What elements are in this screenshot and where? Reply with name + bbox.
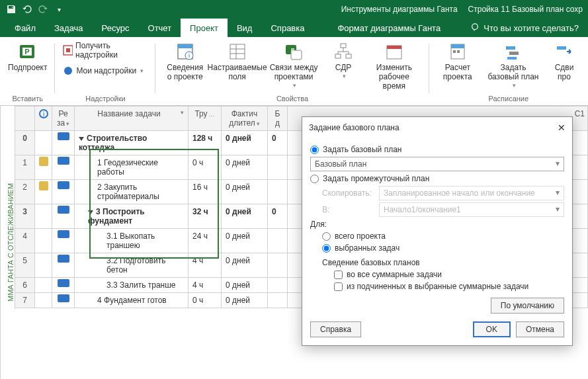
work-cell[interactable]: 32 ч [189,204,222,229]
check-all-summary[interactable] [334,271,343,279]
row-number[interactable]: 3 [15,204,35,229]
tab-project[interactable]: Проект [181,19,228,37]
col-indicators[interactable]: i [35,106,52,131]
row-number[interactable]: 7 [15,293,35,308]
set-baseline-button[interactable]: Задать базовый план▾ [483,40,543,90]
wbs-button[interactable]: СДР▾ [325,40,362,81]
actual-duration-cell[interactable]: 0 дней [222,180,268,204]
radio-set-baseline[interactable] [310,146,319,154]
auto-schedule-icon [58,132,69,140]
col-mode[interactable]: Ре за▾ [52,106,75,131]
actual-duration-cell[interactable]: 0 дней [222,204,268,229]
task-mode-cell[interactable] [52,131,75,155]
task-mode-cell[interactable] [52,253,75,278]
default-button[interactable]: По умолчанию [491,298,564,314]
custom-fields-button[interactable]: Настраиваемые поля [212,40,263,83]
collapse-icon[interactable] [79,137,84,141]
my-addins-button[interactable]: Мои надстройки▾ [60,63,146,78]
row-number[interactable]: 6 [15,278,35,293]
auto-schedule-icon [58,206,69,214]
task-mode-cell[interactable] [52,180,75,204]
work-cell[interactable]: 16 ч [189,180,222,204]
tab-gantt-format[interactable]: Формат диаграммы Ганта [328,19,450,37]
collapse-icon[interactable] [88,210,93,214]
cancel-button[interactable]: Отмена [516,321,564,337]
b-cell[interactable] [268,293,288,308]
links-button[interactable]: P Связи между проектами▾ [265,40,322,90]
tell-me-search[interactable]: Что вы хотите сделать? [461,19,588,37]
b-cell[interactable] [268,229,288,253]
qat-dropdown-icon[interactable]: ▾ [53,3,65,15]
change-working-time-button[interactable]: Изменить рабочее время [364,40,424,92]
tab-report[interactable]: Отчет [139,19,181,37]
subproject-button[interactable]: P Подпроект [5,40,50,74]
row-number[interactable]: 0 [15,131,35,155]
task-name-cell[interactable]: 3.1 Выкопать траншею [75,229,189,253]
task-name-cell[interactable]: 3 Построить фундамент [75,204,189,229]
row-number[interactable]: 1 [15,155,35,180]
get-addins-button[interactable]: Получить надстройки [60,40,150,61]
task-mode-cell[interactable] [52,155,75,180]
tab-task[interactable]: Задача [45,19,93,37]
into-label: В: [322,205,375,214]
project-info-button[interactable]: i Сведения о проекте [161,40,209,83]
actual-duration-cell[interactable]: 0 дней [222,229,268,253]
work-cell[interactable]: 128 ч [189,131,222,155]
col-work[interactable]: Тру… [189,106,222,131]
work-cell[interactable]: 24 ч [189,229,222,253]
tab-help[interactable]: Справка [261,19,314,37]
task-name-cell[interactable]: 2 Закупить стройматериалы [75,180,189,204]
radio-selected-tasks[interactable] [322,244,331,253]
tab-view[interactable]: Вид [228,19,262,37]
actual-duration-cell[interactable]: 0 дней [222,293,268,308]
actual-duration-cell[interactable]: 0 дней [222,253,268,278]
rollup-title: Сведение базовых планов [322,258,564,267]
set-baseline-dialog[interactable]: Задание базового плана ✕ Задать базовый … [302,116,573,346]
col-actual-duration[interactable]: Фактич длител▾ [222,106,268,131]
b-cell[interactable] [268,155,288,180]
work-cell[interactable]: 4 ч [189,253,222,278]
task-mode-cell[interactable] [52,229,75,253]
b-cell[interactable] [268,253,288,278]
svg-rect-10 [230,44,245,59]
radio-set-interim[interactable] [310,175,319,183]
ok-button[interactable]: OK [473,321,511,337]
tab-file[interactable]: Файл [5,19,45,37]
check-from-sub[interactable] [334,282,343,291]
work-cell[interactable]: 0 ч [189,293,222,308]
row-number[interactable]: 2 [15,180,35,204]
row-number[interactable]: 4 [15,229,35,253]
b-cell[interactable] [268,180,288,204]
col-b[interactable]: Б д [268,106,288,131]
b-cell[interactable]: 0 [268,131,288,155]
actual-duration-cell[interactable]: 0 дней [222,131,268,155]
actual-duration-cell[interactable]: 0 дней [222,278,268,293]
help-button[interactable]: Справка [310,321,361,337]
tab-resource[interactable]: Ресурс [93,19,139,37]
calc-project-button[interactable]: Расчет проекта [435,40,481,83]
b-cell[interactable] [268,278,288,293]
move-project-button[interactable]: Сдви про [546,40,583,83]
task-mode-cell[interactable] [52,293,75,308]
task-name-cell[interactable]: 1 Геодезические работы [75,155,189,180]
undo-icon[interactable] [21,3,33,15]
task-mode-cell[interactable] [52,278,75,293]
close-icon[interactable]: ✕ [558,122,566,133]
redo-icon[interactable] [37,3,49,15]
task-name-cell[interactable]: 3.2 Подготовить бетон [75,253,189,278]
work-cell[interactable]: 0 ч [189,155,222,180]
task-name-cell[interactable]: 4 Фундамент готов [75,293,189,308]
task-name-cell[interactable]: 3.3 Залить транше [75,278,189,293]
actual-duration-cell[interactable]: 0 дней [222,155,268,180]
row-number[interactable]: 5 [15,253,35,278]
baseline-combo[interactable]: Базовый план [310,157,564,171]
work-cell[interactable]: 4 ч [189,278,222,293]
radio-entire-project[interactable] [322,232,331,241]
save-icon[interactable] [5,3,17,15]
task-mode-cell[interactable] [52,204,75,229]
task-name-cell[interactable]: Строительство коттеджа [75,131,189,155]
b-cell[interactable]: 0 [268,204,288,229]
baseline-icon [503,41,524,62]
col-rownum[interactable] [15,106,35,131]
col-task-name[interactable]: Название задачи▾ [75,106,189,131]
